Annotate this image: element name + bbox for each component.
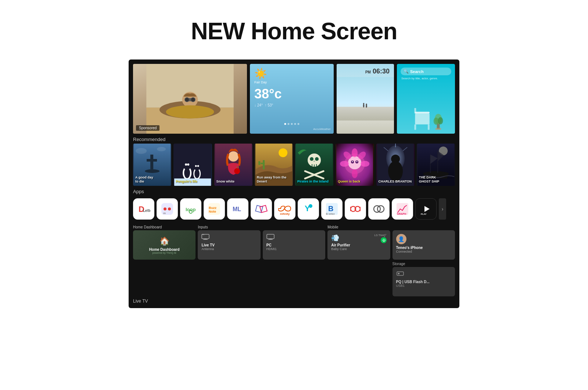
svg-point-8	[166, 105, 214, 119]
usb-card[interactable]: PQ | USB Flash D... USB1	[392, 267, 455, 296]
svg-point-36	[187, 163, 189, 166]
app-buzz[interactable]: Buzz Note	[204, 198, 225, 220]
live-tv-title: Live TV	[201, 243, 257, 247]
landscape-banner[interactable]: PM 06:30	[337, 64, 394, 134]
rec-card-penguins[interactable]: Penguin's life	[173, 144, 212, 186]
pc-section-container: PC HDMI1	[263, 225, 325, 260]
rec-card-charles[interactable]: CHARLES BRANTON	[376, 144, 415, 186]
svg-text:infinity: infinity	[280, 212, 290, 216]
usb-title: PQ | USB Flash D...	[396, 280, 451, 284]
svg-rect-100	[260, 205, 267, 213]
weather-low: ↓ 24°	[254, 103, 263, 107]
search-icon: 🔍	[404, 69, 409, 74]
usb-icon	[396, 271, 451, 278]
air-purifier-card[interactable]: 💨 LG ThinQ° ⏻ Air Purifier Baby Care	[327, 230, 390, 260]
inputs-section-container: Inputs Live TV Antenna	[198, 225, 260, 260]
iphone-card[interactable]: 👤 Teneo's iPhone Connected	[392, 230, 455, 260]
pc-section-label	[263, 225, 325, 229]
svg-rect-51	[258, 161, 260, 165]
svg-point-11	[363, 104, 365, 108]
svg-point-29	[136, 148, 147, 154]
svg-point-48	[279, 148, 287, 157]
svg-point-78	[391, 155, 400, 163]
svg-rect-49	[263, 160, 265, 169]
svg-text:ML: ML	[233, 206, 241, 212]
svg-text:loop: loop	[186, 207, 196, 212]
rec-card-snow-white[interactable]: Snow white	[214, 144, 252, 186]
svg-point-12	[363, 103, 365, 104]
svg-point-13	[366, 105, 367, 108]
avatar-icon: 👤	[398, 236, 404, 242]
svg-rect-17	[414, 124, 416, 130]
rec-card-ghost-ship[interactable]: THE DARKGHOST SHIP	[417, 144, 455, 186]
svg-point-23	[434, 118, 439, 125]
storage-section-label: Storage	[392, 262, 455, 266]
app-link[interactable]	[345, 198, 366, 220]
app-loop[interactable]: loop	[180, 198, 201, 220]
storage-filler-3	[263, 262, 325, 296]
svg-point-28	[145, 169, 159, 173]
svg-point-34	[183, 162, 191, 170]
dashboard-area: Home Dashboard 🏠 Home Dashboard powered …	[133, 225, 455, 296]
weather-widget[interactable]: ☀️ Fair Day 38°c ↓ 24° ↑ 53° AccuWeather	[250, 64, 334, 134]
iphone-header: 👤	[396, 234, 451, 244]
rec-card-4-title: Run away from the Desert	[257, 176, 291, 184]
app-m[interactable]: m	[157, 198, 178, 220]
app-d-letter[interactable]: D Letter	[133, 198, 154, 220]
storage-filler-1	[133, 262, 196, 296]
svg-rect-127	[398, 273, 399, 274]
power-indicator[interactable]: ⏻	[381, 237, 387, 243]
svg-rect-26	[150, 155, 153, 169]
rec-card-5-title: Pirates in the Island	[297, 180, 331, 184]
rec-card-good-day[interactable]: A good dayto die	[133, 144, 171, 186]
svg-point-91	[168, 207, 171, 210]
app-geometric[interactable]	[251, 198, 272, 220]
svg-point-66	[352, 169, 358, 178]
page-title: NEW Home Screen	[191, 18, 397, 45]
rec-card-3-title: Snow white	[216, 180, 250, 184]
rec-card-pirates[interactable]: Pirates in the Island	[295, 144, 333, 186]
svg-point-56	[315, 157, 319, 161]
svg-point-44	[228, 151, 239, 162]
usb-sub: USB1	[396, 284, 451, 288]
live-tv-card[interactable]: Live TV Antenna	[198, 230, 260, 260]
sponsored-label: Sponsored	[136, 125, 159, 131]
home-dashboard-card[interactable]: 🏠 Home Dashboard powered by ThinQ AI	[133, 230, 196, 260]
iphone-connected-status: Connected	[396, 250, 451, 253]
weather-range: ↓ 24° ↑ 53°	[254, 103, 329, 107]
power-icon: ⏻	[382, 239, 385, 242]
svg-rect-18	[428, 124, 430, 130]
temp-value: 38°c	[254, 86, 282, 101]
pc-sub: HDMI1	[266, 247, 322, 251]
svg-text:GRAPH: GRAPH	[397, 213, 406, 215]
time-value: 06:30	[373, 68, 390, 75]
app-cc[interactable]	[368, 198, 390, 220]
search-widget[interactable]: 🔍 Search Search by title, actor, genre.	[397, 64, 455, 134]
app-graph[interactable]: GRAPH	[392, 198, 413, 220]
time-display: PM 06:30	[365, 68, 390, 75]
live-tv-footer-label: Live TV	[133, 299, 455, 305]
search-bar[interactable]: 🔍 Search	[401, 68, 451, 75]
iphone-section-container: 👤 Teneo's iPhone Connected	[392, 225, 455, 260]
pc-card[interactable]: PC HDMI1	[263, 230, 325, 260]
app-b-letter[interactable]: B B letter	[321, 198, 343, 220]
svg-rect-16	[415, 113, 430, 124]
sponsored-banner[interactable]: Sponsored	[133, 64, 247, 134]
dot-5	[298, 123, 300, 125]
app-y[interactable]: Y	[298, 198, 319, 220]
recommended-row: A good dayto die	[133, 144, 455, 186]
rec-card-queen[interactable]: Queen is back	[336, 144, 374, 186]
rec-card-desert[interactable]: Run away from the Desert	[255, 144, 293, 186]
home-dashboard-icon: 🏠	[159, 236, 169, 246]
weather-high: ↑ 53°	[265, 103, 273, 107]
svg-point-39	[194, 164, 200, 170]
apps-scroll-right[interactable]: ›	[439, 198, 446, 220]
app-play[interactable]: PLAY	[415, 198, 437, 220]
svg-point-6	[185, 97, 189, 102]
svg-text:B: B	[328, 205, 333, 213]
svg-point-7	[191, 97, 195, 102]
app-ml-letter[interactable]: ML	[227, 198, 248, 220]
live-tv-sub: Antenna	[201, 247, 257, 251]
live-tv-icon	[201, 234, 257, 242]
app-infinity[interactable]: infinity	[274, 198, 295, 220]
